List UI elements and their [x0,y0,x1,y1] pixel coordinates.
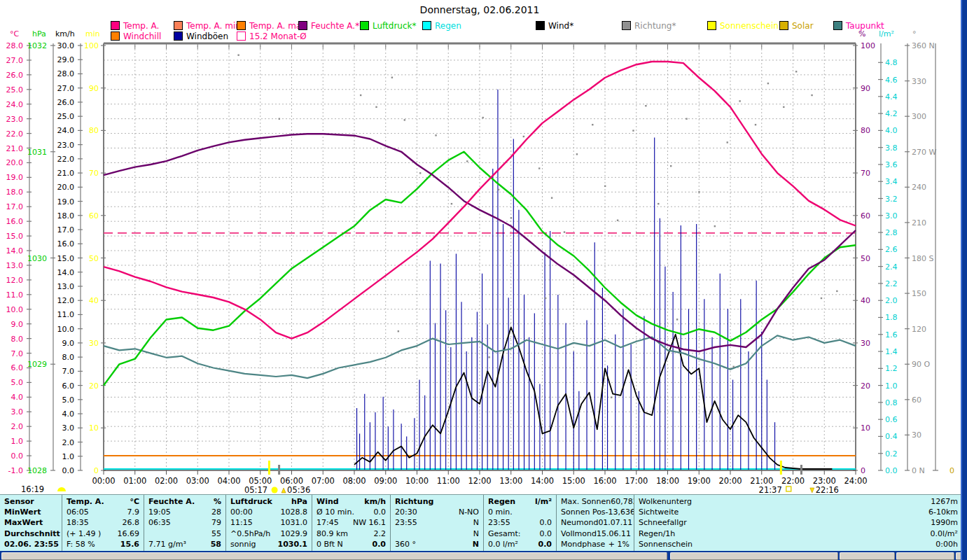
svg-text:10: 10 [89,424,99,433]
svg-text:1032: 1032 [27,41,47,50]
table-row: 11:151031.0 [230,517,307,528]
window-edge [961,0,967,560]
svg-text:2.8: 2.8 [885,228,898,237]
row-label: Durchschnitt [4,528,57,539]
svg-text:16.0: 16.0 [6,217,24,226]
svg-text:17.0: 17.0 [6,202,24,211]
svg-text:13.0: 13.0 [6,261,24,270]
table-row: Mondphase+ 1% [561,539,629,550]
svg-text:23.0: 23.0 [6,115,24,124]
table-row: (+ 1.49 )16.69 [67,528,139,539]
svg-text:17.0: 17.0 [57,225,75,234]
series-wind [354,328,832,469]
table-row: Vollmond15.06.11 [561,528,629,539]
table-col-wind: Windkm/hØ 10 min.0.017:45NW 16.180.9 km2… [312,495,390,552]
table-row: 06:057.9 [67,507,139,517]
svg-text:20.0: 20.0 [6,158,24,167]
svg-text:90: 90 [89,84,99,93]
svg-text:07:00: 07:00 [312,476,335,486]
col-header: Feuchte A.% [148,496,221,507]
svg-text:10.0: 10.0 [57,325,75,334]
svg-text:06:00: 06:00 [280,476,303,486]
table-row: N [395,528,479,539]
svg-text:60: 60 [912,396,921,405]
table-col-regen: Regenl/m²0 min.23:550.0Gesamt:0.00.0 l/m… [483,495,556,552]
svg-text:150: 150 [912,289,926,298]
sun-icon [272,487,278,493]
svg-text:0.6: 0.6 [885,415,898,424]
svg-text:18.0: 18.0 [57,211,75,220]
svg-text:4.6: 4.6 [885,76,898,85]
svg-text:21.0: 21.0 [57,169,75,178]
svg-text:1029: 1029 [27,360,47,369]
svg-text:3.0: 3.0 [62,424,75,433]
table-row: 17:45NW 16.1 [316,517,386,528]
svg-text:100: 100 [861,41,875,50]
svg-text:3.4: 3.4 [885,177,898,186]
table-row: 360 °N [395,539,479,550]
svg-text:12:00: 12:00 [468,476,491,486]
svg-text:11:00: 11:00 [437,476,460,486]
table-row: 0.0 l/m²0.0 [488,539,552,550]
svg-text:4.2: 4.2 [885,109,898,118]
table-col-feuchte-a-: Feuchte A.%19:052806:3579557.71 g/m³58 [144,495,225,552]
svg-text:7.0: 7.0 [11,349,24,358]
svg-text:40: 40 [89,296,99,305]
svg-text:0 N: 0 N [912,466,925,475]
svg-text:0.0: 0.0 [11,451,24,461]
svg-text:0: 0 [949,466,954,475]
svg-text:120: 120 [912,325,926,334]
sunrise-arrow-icon [281,488,286,493]
svg-text:02:00: 02:00 [155,476,178,486]
svg-text:5.0: 5.0 [62,396,75,405]
row-label: 02.06. 23:55 [4,539,57,550]
svg-text:09:00: 09:00 [374,476,397,486]
svg-text:19:00: 19:00 [688,476,711,486]
table-row: 23:550.0 [488,517,552,528]
svg-text:50: 50 [89,254,99,263]
table-row: 00:001028.8 [230,507,307,517]
svg-text:17:00: 17:00 [625,476,648,486]
table-row: Regen/1h0.0l/m² [639,528,958,539]
svg-text:24.0: 24.0 [6,100,24,109]
table-row: 7.71 g/m³58 [148,539,221,550]
svg-text:25.0: 25.0 [57,112,75,121]
row-label: Sensor [4,496,57,507]
table-row-labels: SensorMinWertMaxWertDurchschnitt02.06. 2… [0,495,62,552]
svg-text:14:00: 14:00 [531,476,554,486]
table-row: Gesamt:0.0 [488,528,552,539]
svg-text:6.0: 6.0 [62,382,75,391]
table-row: 0 Bft N0.0 [316,539,386,550]
svg-text:60: 60 [89,211,99,220]
svg-text:3.2: 3.2 [885,195,898,204]
svg-text:80: 80 [861,126,870,135]
svg-text:13:00: 13:00 [499,476,522,486]
table-row: Schneefallgr1990m [639,517,958,528]
svg-text:1.8: 1.8 [885,313,898,322]
table-row: 19:0528 [148,507,221,517]
svg-text:10:00: 10:00 [405,476,429,486]
svg-text:0.4: 0.4 [885,432,898,441]
svg-text:%: % [858,29,865,38]
col-header: Temp. A.°C [67,496,139,507]
svg-text:30: 30 [861,339,870,348]
svg-text:10.0: 10.0 [6,305,24,314]
svg-text:1030: 1030 [27,254,47,263]
svg-text:12.0: 12.0 [6,276,24,285]
svg-text:16.0: 16.0 [57,239,75,248]
svg-text:16:19: 16:19 [21,484,44,494]
svg-text:16:00: 16:00 [593,476,616,486]
svg-text:22.0: 22.0 [57,155,75,164]
table-row: 06:3579 [148,517,221,528]
svg-text:19.0: 19.0 [6,173,24,182]
svg-text:27.0: 27.0 [6,56,24,65]
moon-icon [57,487,66,491]
col-header: LuftdruckhPa [230,496,307,507]
svg-text:2.6: 2.6 [885,245,898,254]
svg-text:10: 10 [861,424,870,433]
svg-text:1.0: 1.0 [62,452,75,461]
svg-text:26.0: 26.0 [57,98,75,107]
svg-text:240: 240 [912,183,926,192]
table-col-temp-a-: Temp. A.°C06:057.918:3526.8(+ 1.49 )16.6… [62,495,144,552]
svg-text:11.0: 11.0 [6,290,24,300]
